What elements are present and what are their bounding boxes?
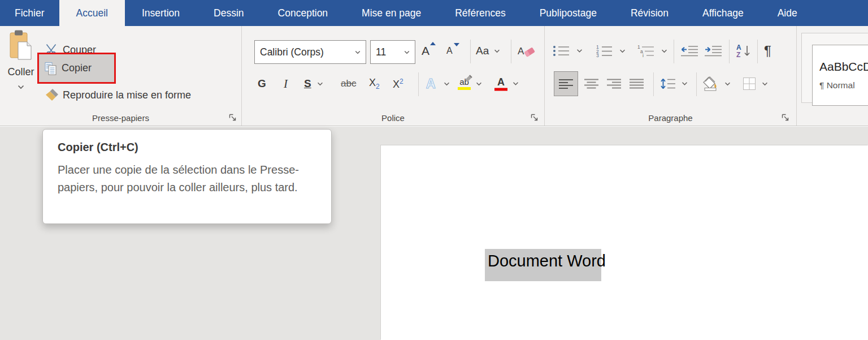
shrink-font-icon: A bbox=[446, 46, 453, 55]
align-right-icon bbox=[607, 79, 621, 89]
highlight-color-button[interactable]: ab bbox=[458, 78, 482, 90]
selected-text[interactable]: Document Word bbox=[485, 249, 601, 281]
svg-text:3: 3 bbox=[596, 53, 599, 57]
style-normal[interactable]: AaBbCcD ¶ Normal bbox=[812, 45, 868, 106]
ribbon: Coller Couper Copier bbox=[0, 26, 868, 126]
clipboard-dialog-launcher[interactable] bbox=[228, 113, 237, 122]
font-name-combo[interactable]: Calibri (Corps) bbox=[254, 40, 366, 64]
line-spacing-button[interactable] bbox=[660, 78, 688, 91]
change-case-button[interactable]: Aa bbox=[476, 45, 500, 57]
format-painter-icon bbox=[45, 88, 59, 102]
text-effects-icon: A bbox=[425, 76, 439, 91]
paragraph-group: 123 1ai bbox=[545, 26, 797, 126]
tab-accueil[interactable]: Accueil bbox=[59, 0, 125, 26]
tab-mise-en-page[interactable]: Mise en page bbox=[345, 0, 438, 26]
highlighter-pen-icon bbox=[464, 74, 473, 83]
svg-text:Z: Z bbox=[736, 51, 740, 58]
font-dialog-launcher[interactable] bbox=[530, 113, 539, 122]
ribbon-tab-bar: Fichier Accueil Insertion Dessin Concept… bbox=[0, 0, 868, 26]
document-page[interactable] bbox=[381, 145, 868, 340]
tab-conception[interactable]: Conception bbox=[261, 0, 345, 26]
styles-group: AaBbCcD ¶ Normal bbox=[797, 26, 868, 126]
font-size-value: 11 bbox=[376, 46, 386, 58]
multilevel-list-button[interactable]: 1ai bbox=[637, 45, 667, 57]
align-right-button[interactable] bbox=[607, 79, 621, 89]
font-color-icon: A bbox=[494, 77, 507, 91]
svg-text:i: i bbox=[643, 53, 644, 57]
subscript-button[interactable]: X2 bbox=[369, 77, 380, 91]
tooltip-body: Placer une copie de la sélection dans le… bbox=[58, 161, 319, 196]
tab-insertion[interactable]: Insertion bbox=[125, 0, 197, 26]
style-preview-text: AaBbCcD bbox=[819, 60, 868, 74]
tab-dessin[interactable]: Dessin bbox=[197, 0, 261, 26]
chevron-down-icon bbox=[513, 82, 519, 86]
chevron-down-icon bbox=[317, 82, 323, 86]
justify-icon bbox=[630, 79, 644, 89]
chevron-down-icon[interactable] bbox=[18, 85, 24, 89]
align-left-button[interactable] bbox=[554, 71, 578, 96]
decrease-indent-icon bbox=[680, 45, 698, 57]
chevron-down-icon bbox=[682, 82, 688, 86]
underline-icon: S bbox=[304, 78, 311, 90]
chevron-down-icon bbox=[619, 49, 626, 53]
paste-label: Coller bbox=[2, 66, 40, 78]
paste-button[interactable]: Coller bbox=[2, 29, 40, 89]
sort-button[interactable]: A Z bbox=[736, 44, 752, 58]
grow-font-icon: A bbox=[422, 44, 429, 57]
shrink-font-button[interactable]: A bbox=[446, 46, 453, 56]
font-color-button[interactable]: A bbox=[494, 77, 519, 91]
style-name-text: ¶ Normal bbox=[819, 80, 855, 91]
decrease-indent-button[interactable] bbox=[680, 45, 698, 57]
italic-button[interactable]: I bbox=[284, 77, 288, 91]
tab-affichage[interactable]: Affichage bbox=[685, 0, 761, 26]
clipboard-icon bbox=[8, 29, 34, 62]
tab-aide[interactable]: Aide bbox=[761, 0, 814, 26]
bullets-button[interactable] bbox=[553, 45, 583, 57]
borders-button[interactable] bbox=[743, 77, 768, 91]
chevron-down-icon bbox=[494, 49, 500, 53]
chevron-down-icon bbox=[576, 49, 583, 53]
caret-up-icon bbox=[430, 42, 436, 45]
tab-references[interactable]: Références bbox=[438, 0, 523, 26]
chevron-down-icon bbox=[724, 82, 731, 86]
dialog-launcher-icon bbox=[530, 113, 539, 122]
clear-formatting-button[interactable]: A bbox=[518, 44, 536, 58]
text-effects-button[interactable]: A bbox=[425, 76, 450, 91]
paragraph-dialog-launcher[interactable] bbox=[780, 113, 789, 122]
strikethrough-button[interactable]: abc bbox=[341, 78, 356, 89]
show-paragraph-marks-button[interactable]: ¶ bbox=[764, 43, 771, 59]
superscript-button[interactable]: X2 bbox=[393, 78, 403, 91]
format-painter-label: Reproduire la mise en forme bbox=[63, 89, 191, 101]
grow-font-button[interactable]: A bbox=[422, 44, 429, 58]
copy-button[interactable]: Copier bbox=[37, 53, 116, 84]
copy-tooltip: Copier (Ctrl+C) Placer une copie de la s… bbox=[42, 129, 332, 224]
numbering-button[interactable]: 123 bbox=[596, 45, 626, 57]
paragraph-group-label: Paragraphe bbox=[545, 113, 796, 123]
chevron-down-icon bbox=[661, 49, 667, 53]
align-center-button[interactable] bbox=[584, 79, 598, 89]
borders-icon bbox=[743, 77, 756, 91]
word-window: Fichier Accueil Insertion Dessin Concept… bbox=[0, 0, 868, 340]
font-group-label: Police bbox=[242, 113, 544, 123]
document-canvas: Document Word Copier (Ctrl+C) Placer une… bbox=[0, 127, 868, 340]
chevron-down-icon bbox=[355, 50, 361, 54]
tab-fichier[interactable]: Fichier bbox=[0, 0, 59, 26]
tab-revision[interactable]: Révision bbox=[614, 0, 685, 26]
clear-formatting-icon: A bbox=[518, 44, 536, 58]
bold-button[interactable]: G bbox=[258, 78, 266, 90]
shading-button[interactable] bbox=[703, 76, 731, 91]
font-group: Calibri (Corps) 11 A A bbox=[242, 26, 545, 126]
tab-publipostage[interactable]: Publipostage bbox=[523, 0, 614, 26]
justify-button[interactable] bbox=[630, 79, 644, 89]
font-size-combo[interactable]: 11 bbox=[370, 40, 415, 64]
svg-text:A: A bbox=[518, 46, 524, 57]
highlight-color-icon: ab bbox=[458, 78, 471, 90]
align-left-icon bbox=[559, 79, 573, 89]
underline-button[interactable]: S bbox=[304, 78, 323, 90]
numbered-list-icon: 123 bbox=[596, 45, 613, 57]
increase-indent-button[interactable] bbox=[704, 45, 722, 57]
chevron-down-icon bbox=[444, 82, 450, 86]
tooltip-title: Copier (Ctrl+C) bbox=[58, 141, 316, 154]
copy-icon bbox=[45, 62, 57, 75]
format-painter-button[interactable]: Reproduire la mise en forme bbox=[45, 88, 191, 102]
